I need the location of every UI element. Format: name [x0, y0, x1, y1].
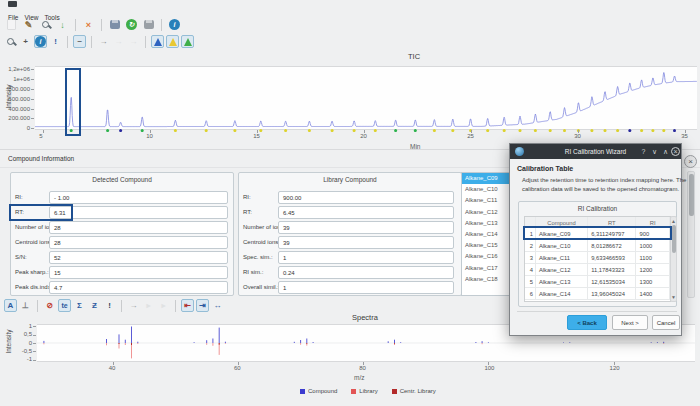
- peaks-identified-icon[interactable]: [181, 35, 194, 48]
- peak-marker[interactable]: [673, 129, 676, 132]
- help-icon[interactable]: ?: [638, 146, 649, 157]
- info-icon[interactable]: i: [167, 17, 182, 32]
- open-edit-icon[interactable]: ✎: [21, 17, 36, 32]
- panel-close-icon[interactable]: ×: [684, 155, 697, 168]
- peak-marker[interactable]: [433, 129, 436, 132]
- rt-field[interactable]: 6.45: [278, 206, 454, 219]
- list-item-alkane-c18[interactable]: Alkane_C18: [462, 274, 516, 285]
- exclude-icon[interactable]: ⊘: [43, 299, 56, 312]
- table-row[interactable]: 3Alkane_C119,6334665931100: [525, 252, 670, 264]
- close-icon[interactable]: ×: [81, 17, 96, 32]
- save-icon[interactable]: [107, 17, 122, 32]
- baseline-icon[interactable]: ⊥: [19, 299, 32, 312]
- peak-marker[interactable]: [451, 129, 454, 132]
- peak-marker[interactable]: [331, 129, 334, 132]
- dialog-close-icon[interactable]: ×: [671, 147, 680, 156]
- align-left-icon[interactable]: ⇤: [181, 299, 194, 312]
- peak-marker[interactable]: [308, 129, 311, 132]
- smooth-icon[interactable]: ~: [73, 35, 86, 48]
- ri-field[interactable]: - 1.00: [49, 191, 228, 204]
- peak-marker[interactable]: [205, 129, 208, 132]
- peak-marker[interactable]: [503, 129, 506, 132]
- peaks-active-icon[interactable]: [151, 35, 164, 48]
- peak-marker[interactable]: [662, 129, 665, 132]
- labels-icon[interactable]: A: [4, 299, 17, 312]
- s-n-field[interactable]: 52: [49, 251, 228, 264]
- peak-marker[interactable]: [394, 129, 397, 132]
- refresh-icon[interactable]: ↻: [124, 17, 139, 32]
- list-item-alkane-c09[interactable]: Alkane_C09: [462, 173, 516, 184]
- peak-marker[interactable]: [628, 129, 631, 132]
- peak-marker[interactable]: [174, 129, 177, 132]
- peak-marker[interactable]: [486, 129, 489, 132]
- import-icon[interactable]: ↓: [55, 17, 70, 32]
- next-button[interactable]: Next >: [612, 315, 648, 330]
- scrollbar-thumb[interactable]: [689, 174, 694, 216]
- number-of-ions-field[interactable]: 28: [49, 221, 228, 234]
- marks-icon[interactable]: !: [103, 299, 116, 312]
- tic-chromatogram[interactable]: [35, 66, 697, 132]
- table-row[interactable]: 5Alkane_C1312,615350341300: [525, 276, 670, 288]
- zoom-select-icon[interactable]: [4, 35, 17, 48]
- cancel-button[interactable]: Cancel: [652, 315, 680, 330]
- shift-icon[interactable]: →: [127, 299, 140, 312]
- peak-marker[interactable]: [284, 129, 287, 132]
- list-item-alkane-c13[interactable]: Alkane_C13: [462, 218, 516, 229]
- peak-marker[interactable]: [640, 129, 643, 132]
- alert-icon[interactable]: !: [49, 35, 62, 48]
- peak-marker[interactable]: [414, 129, 417, 132]
- align-right-icon[interactable]: ⇥: [196, 299, 209, 312]
- peak-marker[interactable]: [651, 129, 654, 132]
- shade-icon[interactable]: ∨: [649, 146, 660, 157]
- rt-field[interactable]: 6.31: [49, 206, 228, 219]
- mirror-icon[interactable]: ↔: [211, 299, 224, 312]
- peak-sharp-field[interactable]: 15: [49, 266, 228, 279]
- peak-marker[interactable]: [106, 129, 109, 132]
- offset-icon[interactable]: →: [97, 35, 110, 48]
- peak-marker[interactable]: [590, 129, 593, 132]
- peak-marker[interactable]: [534, 129, 537, 132]
- back-button[interactable]: < Back: [567, 315, 607, 330]
- scroll-up-icon[interactable]: ▲: [671, 218, 676, 224]
- centroid-ions-field[interactable]: 39: [278, 236, 454, 249]
- overall-simil-field[interactable]: 1: [278, 281, 454, 294]
- list-item-alkane-c12[interactable]: Alkane_C12: [462, 207, 516, 218]
- list-item-alkane-c14[interactable]: Alkane_C14: [462, 229, 516, 240]
- peak-marker[interactable]: [233, 129, 236, 132]
- database-icon[interactable]: [141, 17, 156, 32]
- peak-info-icon[interactable]: i: [34, 35, 47, 48]
- list-item-alkane-c11[interactable]: Alkane_C11: [462, 195, 516, 206]
- peak-marker[interactable]: [616, 129, 619, 132]
- scrollbar-thumb[interactable]: [672, 225, 676, 253]
- subtract-signal-icon[interactable]: Ƶ: [88, 299, 101, 312]
- nominal-mode-icon[interactable]: te: [58, 299, 71, 312]
- spec-sim-field[interactable]: 1: [278, 251, 454, 264]
- list-item-alkane-c17[interactable]: Alkane_C17: [462, 263, 516, 274]
- peak-marker[interactable]: [563, 129, 566, 132]
- table-row[interactable]: 6Alkane_C1413,960450241400: [525, 288, 670, 300]
- scroll-down-icon[interactable]: ▼: [671, 294, 676, 300]
- peak-marker[interactable]: [353, 129, 356, 132]
- centroid-ions-field[interactable]: 28: [49, 236, 228, 249]
- list-item-alkane-c15[interactable]: Alkane_C15: [462, 240, 516, 251]
- dialog-titlebar[interactable]: RI Calibration Wizard ? ∨ ∧ ×: [510, 144, 681, 159]
- number-of-ions-field[interactable]: 39: [278, 221, 454, 234]
- peak-marker[interactable]: [549, 129, 552, 132]
- list-item-alkane-c10[interactable]: Alkane_C10: [462, 184, 516, 195]
- peak-marker[interactable]: [141, 129, 144, 132]
- table-row[interactable]: 4Alkane_C1211,178433231200: [525, 264, 670, 276]
- peak-marker[interactable]: [119, 129, 122, 132]
- ri-field[interactable]: 900.00: [278, 191, 454, 204]
- search-icon[interactable]: [38, 17, 53, 32]
- ri-sim-field[interactable]: 0.24: [278, 266, 454, 279]
- peak-marker[interactable]: [519, 129, 522, 132]
- table-row[interactable]: 2Alkane_C108,012866721000: [525, 240, 670, 252]
- add-peak-icon[interactable]: +: [19, 35, 32, 48]
- sum-signals-icon[interactable]: Σ: [73, 299, 86, 312]
- peaks-inactive-icon[interactable]: [166, 35, 179, 48]
- peak-marker[interactable]: [604, 129, 607, 132]
- compound-panel-scrollbar[interactable]: [687, 171, 695, 298]
- peak-marker[interactable]: [259, 129, 262, 132]
- peak-marker[interactable]: [374, 129, 377, 132]
- peak-dis-indx-field[interactable]: 4.7: [49, 281, 228, 294]
